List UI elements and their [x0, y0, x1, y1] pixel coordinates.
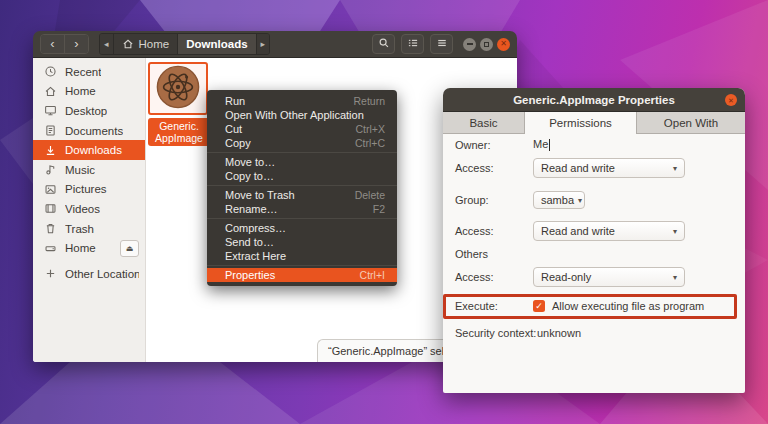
sidebar: Recent Home Desktop Documents Downloads [33, 58, 146, 362]
dialog-title: Generic.AppImage Properties [513, 94, 675, 106]
path-home-label: Home [139, 38, 170, 50]
back-button[interactable]: ‹ [41, 35, 64, 53]
trash-icon [43, 222, 57, 236]
check-icon: ✓ [535, 301, 543, 311]
menu-item-shortcut: Ctrl+I [360, 268, 385, 282]
sidebar-item-downloads[interactable]: Downloads [33, 140, 145, 160]
file-item-generic-appimage[interactable]: Generic. AppImage [148, 62, 210, 146]
tab-label: Basic [469, 117, 497, 129]
sidebar-item-music[interactable]: Music [33, 160, 145, 180]
execute-checkbox-label: Allow executing file as program [552, 300, 704, 312]
menu-item-move-to[interactable]: Move to… [207, 155, 397, 169]
menu-item-copy-to[interactable]: Copy to… [207, 169, 397, 183]
sidebar-item-other-locations[interactable]: Other Locations [33, 264, 145, 284]
forward-icon: › [74, 36, 78, 51]
sidebar-item-trash[interactable]: Trash [33, 219, 145, 239]
eject-button[interactable]: ⏏ [120, 240, 139, 257]
group-dropdown[interactable]: samba ▾ [533, 191, 585, 209]
sidebar-item-documents[interactable]: Documents [33, 121, 145, 141]
dialog-close-button[interactable]: ✕ [725, 94, 737, 106]
execute-checkbox[interactable]: ✓ [533, 300, 545, 312]
text-cursor [549, 139, 550, 151]
access-label: Access: [455, 271, 533, 283]
menu-item-label: Run [225, 94, 245, 108]
downloads-icon [43, 143, 57, 157]
nav-button-group: ‹ › [40, 34, 89, 54]
path-scroll-right-button[interactable]: ▸ [256, 34, 270, 54]
owner-value-field[interactable]: Me [533, 138, 550, 151]
file-selection-box [148, 62, 208, 115]
menu-item-label: Move to… [225, 155, 275, 169]
pictures-icon [43, 182, 57, 196]
sidebar-label: Documents [65, 125, 123, 137]
owner-access-dropdown[interactable]: Read and write ▾ [533, 158, 685, 178]
recent-icon [43, 65, 57, 79]
sidebar-item-videos[interactable]: Videos [33, 199, 145, 219]
sidebar-item-recent[interactable]: Recent [33, 62, 145, 82]
path-current-folder-button[interactable]: Downloads [177, 34, 255, 54]
menu-item-send-to[interactable]: Send to… [207, 235, 397, 249]
dropdown-value: Read-only [541, 271, 591, 283]
close-button[interactable]: ✕ [497, 38, 510, 51]
menu-item-run[interactable]: Run Return [207, 94, 397, 108]
forward-button[interactable]: › [64, 35, 88, 53]
sidebar-label: Other Locations [65, 268, 139, 280]
minimize-button[interactable] [463, 38, 476, 51]
others-access-dropdown[interactable]: Read-only ▾ [533, 267, 685, 287]
menu-item-cut[interactable]: Cut Ctrl+X [207, 122, 397, 136]
sidebar-label: Downloads [65, 144, 122, 156]
menu-button[interactable] [430, 34, 453, 54]
back-icon: ‹ [50, 36, 54, 51]
view-toggle-button[interactable] [401, 34, 424, 54]
sidebar-label: Pictures [65, 183, 107, 195]
tab-open-with[interactable]: Open With [637, 112, 745, 134]
owner-row: Owner: Me [455, 138, 550, 151]
path-scroll-left-button[interactable]: ◂ [100, 34, 113, 54]
hamburger-icon [436, 35, 448, 53]
menu-item-label: Properties [225, 268, 275, 282]
menu-item-rename[interactable]: Rename… F2 [207, 202, 397, 216]
restore-button[interactable] [480, 38, 493, 51]
home-icon [122, 38, 134, 50]
sidebar-label: Home [65, 242, 96, 254]
sidebar-item-home[interactable]: Home [33, 82, 145, 102]
menu-item-compress[interactable]: Compress… [207, 221, 397, 235]
music-icon [43, 163, 57, 177]
tab-permissions[interactable]: Permissions [525, 112, 637, 134]
menu-item-open-with-other-application[interactable]: Open With Other Application [207, 108, 397, 122]
sidebar-label: Trash [65, 223, 94, 235]
eject-icon: ⏏ [126, 244, 134, 253]
files-headerbar: ‹ › ◂ Home Downloads ▸ [33, 31, 517, 58]
restore-icon [484, 42, 489, 47]
file-name-label: Generic. AppImage [148, 118, 210, 146]
drive-icon [43, 241, 57, 255]
others-row: Others [455, 248, 533, 260]
owner-access-row: Access: Read and write ▾ [455, 158, 685, 178]
sidebar-item-pictures[interactable]: Pictures [33, 180, 145, 200]
menu-item-extract-here[interactable]: Extract Here [207, 249, 397, 263]
path-home-button[interactable]: Home [113, 34, 178, 54]
close-icon: ✕ [500, 40, 507, 48]
sidebar-item-home-drive[interactable]: Home ⏏ [33, 238, 145, 258]
close-icon: ✕ [728, 97, 734, 104]
menu-item-move-to-trash[interactable]: Move to Trash Delete [207, 188, 397, 202]
menu-item-shortcut: Delete [355, 188, 385, 202]
menu-item-copy[interactable]: Copy Ctrl+C [207, 136, 397, 150]
menu-separator [207, 185, 397, 186]
group-access-dropdown[interactable]: Read and write ▾ [533, 221, 685, 241]
execute-label: Execute: [455, 300, 533, 312]
home-icon [43, 84, 57, 98]
desktop: ‹ › ◂ Home Downloads ▸ [0, 0, 768, 424]
search-button[interactable] [372, 34, 395, 54]
sidebar-label: Music [65, 164, 95, 176]
access-label: Access: [455, 225, 533, 237]
chevron-right-icon: ▸ [261, 39, 266, 49]
tab-basic[interactable]: Basic [443, 112, 525, 134]
tab-label: Open With [664, 117, 718, 129]
sidebar-item-desktop[interactable]: Desktop [33, 101, 145, 121]
chevron-down-icon: ▾ [673, 164, 677, 173]
menu-item-label: Compress… [225, 221, 286, 235]
menu-item-properties[interactable]: Properties Ctrl+I [207, 268, 397, 282]
access-label: Access: [455, 162, 533, 174]
others-label: Others [455, 248, 533, 260]
